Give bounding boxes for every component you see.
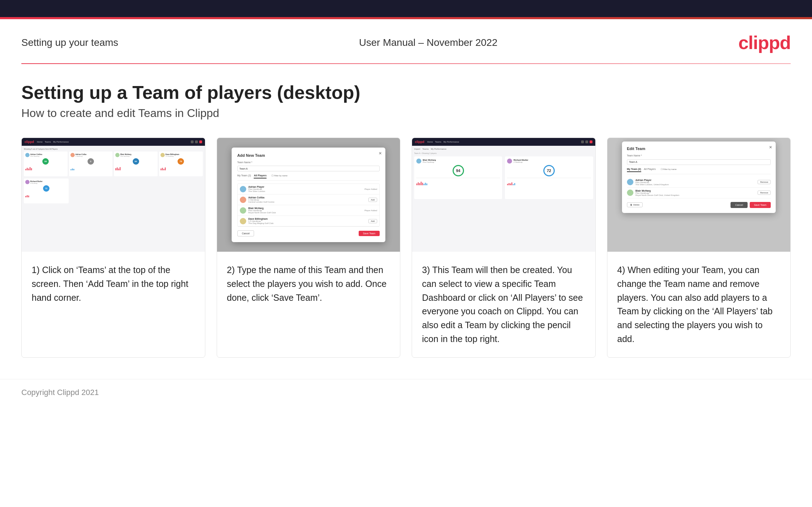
edit-team-name-label: Team Name * (627, 154, 771, 157)
card-3: clippd Home Teams My Performance Import (412, 138, 596, 358)
card-4-text: 4) When editing your Team, you can chang… (607, 252, 791, 357)
edit-tab-my-team[interactable]: My Team (2) (627, 168, 641, 172)
remove-player-button[interactable]: Remove (758, 180, 770, 184)
edit-tab-all-players[interactable]: All Players (644, 168, 656, 172)
screenshot-1: clippd Home Teams My Performance Showing… (22, 138, 205, 252)
screenshot-2: Add New Team ✕ Team Name * My Team (2) A… (217, 138, 400, 252)
edit-player-row: Blair McHarg Plus HandicapRoyal North De… (627, 188, 771, 198)
remove-player-button[interactable]: Remove (758, 191, 770, 195)
card-4: Edit Team ✕ Team Name * My Team (2) All … (607, 138, 791, 358)
tab-my-team[interactable]: My Team (2) (237, 174, 251, 178)
filter-label: ☐ Filter by name (271, 174, 288, 178)
card-2: Add New Team ✕ Team Name * My Team (2) A… (217, 138, 401, 358)
add-player-button[interactable]: Add (368, 219, 377, 223)
copyright-text: Copyright Clippd 2021 (21, 388, 99, 397)
edit-modal-close-icon[interactable]: ✕ (769, 145, 772, 150)
edit-filter-label: ☐ Filter by name (661, 168, 677, 172)
player-row: Adrian Player Plus HandicapThe Shire Lon… (238, 184, 379, 194)
modal-close-icon[interactable]: ✕ (379, 151, 382, 156)
team-name-input[interactable] (237, 166, 380, 171)
add-player-button[interactable]: Add (368, 198, 377, 202)
edit-cancel-button[interactable]: Cancel (731, 202, 748, 208)
card-1: clippd Home Teams My Performance Showing… (21, 138, 205, 358)
tab-all-players[interactable]: All Players (254, 174, 267, 178)
title-section: Setting up a Team of players (desktop) H… (0, 82, 812, 138)
page-subtitle: How to create and edit Teams in Clippd (21, 107, 791, 120)
header-manual-title: User Manual – November 2022 (359, 37, 497, 48)
player-row: Adrian Coliba 1 HandicapCentral London G… (238, 194, 379, 205)
header-section-label: Setting up your teams (21, 37, 118, 48)
card-1-text: 1) Click on ‘Teams’ at the top of the sc… (22, 252, 205, 357)
save-team-button[interactable]: Save Team (359, 231, 380, 236)
edit-save-team-button[interactable]: Save Team (750, 202, 771, 208)
screenshot-3: clippd Home Teams My Performance Import (412, 138, 595, 252)
player-list: Adrian Player Plus HandicapThe Shire Lon… (237, 183, 380, 227)
page-title: Setting up a Team of players (desktop) (21, 82, 791, 103)
screenshot-4: Edit Team ✕ Team Name * My Team (2) All … (607, 138, 791, 252)
footer: Copyright Clippd 2021 (0, 379, 812, 406)
edit-modal-title: Edit Team (627, 146, 771, 151)
trash-icon: 🗑 (630, 204, 632, 206)
delete-team-button[interactable]: 🗑 Delete (627, 202, 643, 207)
card-3-text: 3) This Team will then be created. You c… (412, 252, 595, 357)
player-row: Blair McHarg Plus HandicapRoyal North De… (238, 205, 379, 216)
cancel-button[interactable]: Cancel (237, 230, 254, 236)
clippd-logo: clippd (738, 32, 791, 53)
modal-add-title: Add New Team (237, 153, 380, 158)
card-2-text: 2) Type the name of this Team and then s… (217, 252, 400, 357)
team-name-label: Team Name * (237, 161, 380, 164)
header-divider (21, 63, 791, 64)
cards-container: clippd Home Teams My Performance Showing… (0, 138, 812, 379)
player-row: Dave Billingham 1.5 HandicapThe Dog Magi… (238, 216, 379, 226)
top-bar (0, 0, 812, 17)
header: Setting up your teams User Manual – Nove… (0, 19, 812, 63)
edit-team-name-input[interactable] (627, 159, 771, 165)
edit-player-row: Adrian Player Plus HandicapThe Shire Lon… (627, 177, 771, 188)
